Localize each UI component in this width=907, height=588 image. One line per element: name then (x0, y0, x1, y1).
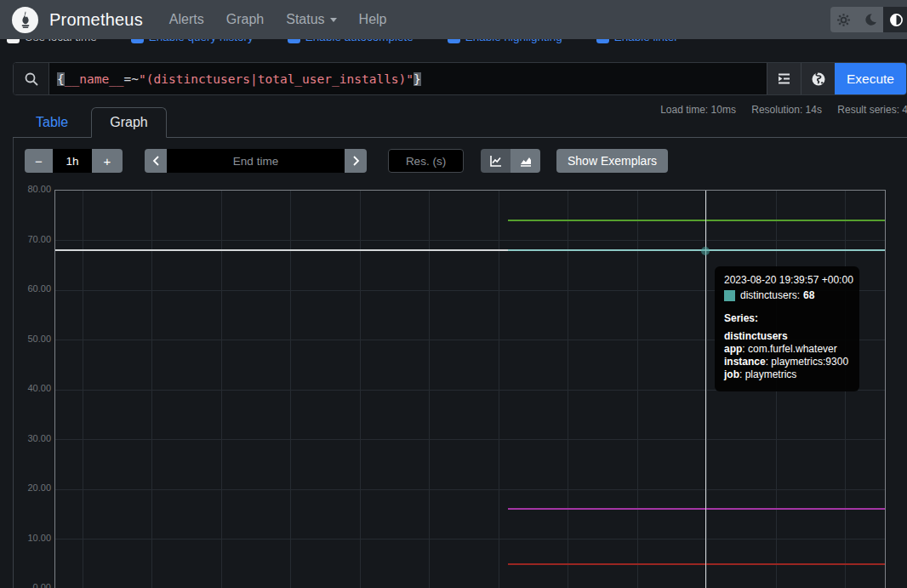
prometheus-logo[interactable] (12, 7, 38, 33)
end-time-input[interactable] (167, 149, 345, 173)
nav-link-graph[interactable]: Graph (215, 12, 275, 27)
checkbox-icon[interactable] (596, 39, 609, 43)
y-axis-label: 40.00 (25, 383, 51, 393)
checkbox-icon[interactable] (448, 39, 460, 43)
series-line (508, 563, 885, 565)
query-token: { (57, 72, 65, 86)
query-token: =~ (124, 72, 139, 86)
checkbox-icon[interactable] (288, 39, 300, 43)
tooltip-label-job: job: playmetrics (724, 368, 850, 381)
stacked-chart-icon (519, 154, 533, 168)
option-label: Enable query history (149, 39, 254, 43)
series-line-distinctusers (508, 249, 885, 251)
range-input[interactable] (53, 149, 92, 173)
graph-area: 80.0070.0060.0050.0040.0030.0020.0010.00… (25, 183, 907, 588)
moon-icon (864, 13, 877, 26)
tooltip-metric-name: distinctusers (724, 330, 850, 343)
theme-auto-button[interactable] (883, 7, 907, 32)
time-back-button[interactable] (145, 149, 167, 173)
query-token: __name__ (65, 72, 124, 86)
globe-icon (810, 71, 827, 88)
line-chart-icon (489, 154, 503, 168)
nav-link-help[interactable]: Help (348, 12, 398, 27)
option-enable-autocomplete[interactable]: Enable autocomplete (288, 39, 414, 43)
settings-button[interactable] (830, 7, 857, 32)
chart-type-toggle (481, 149, 540, 173)
graph-tooltip: 2023-08-20 19:39:57 +00:00 distinctusers… (715, 266, 859, 391)
option-enable-query-history[interactable]: Enable query history (131, 39, 254, 43)
search-addon (14, 63, 49, 94)
caret-down-icon (330, 18, 337, 22)
series-line (508, 508, 885, 510)
hover-point (701, 247, 710, 255)
option-enable-highlighting[interactable]: Enable highlighting (448, 39, 562, 43)
tooltip-label-instance: instance: playmetrics:9300 (724, 356, 850, 368)
tooltip-value: 68 (803, 289, 814, 302)
execute-button[interactable]: Execute (835, 63, 906, 94)
tooltip-series-name: distinctusers: (740, 289, 800, 302)
search-icon (24, 71, 39, 87)
range-group: − + (25, 149, 123, 173)
resolution: Resolution: 14s (751, 104, 822, 116)
tree-view-icon (776, 71, 792, 87)
resolution-input[interactable] (388, 149, 464, 173)
gridline-horizontal (55, 489, 885, 490)
tooltip-value-row: distinctusers: 68 (724, 289, 850, 302)
chevron-right-icon (352, 156, 360, 166)
option-label: Enable linter (614, 39, 678, 43)
checkbox-icon[interactable] (7, 39, 20, 43)
option-label: Enable autocomplete (305, 39, 414, 43)
option-label: Enable highlighting (465, 39, 562, 43)
load-time: Load time: 10ms (660, 104, 736, 116)
brand-title[interactable]: Prometheus (49, 10, 143, 30)
checkbox-icon[interactable] (131, 39, 144, 43)
option-enable-linter[interactable]: Enable linter (596, 39, 678, 43)
navbar: Prometheus AlertsGraphStatusHelp (0, 0, 907, 39)
gear-icon (836, 13, 851, 27)
stacked-chart-button[interactable] (511, 149, 540, 173)
query-token: } (414, 72, 421, 86)
chevron-left-icon (152, 156, 160, 166)
tooltip-timestamp: 2023-08-20 19:39:57 +00:00 (724, 274, 850, 287)
nav-link-status[interactable]: Status (275, 12, 347, 27)
y-axis-label: 50.00 (25, 334, 51, 344)
graph-controls: − + (25, 149, 907, 173)
tooltip-label-app: app: com.furfel.whatever (724, 343, 850, 356)
option-label: Use local time (25, 39, 97, 43)
nav-links: AlertsGraphStatusHelp (158, 12, 398, 27)
end-time-group (145, 149, 367, 173)
line-chart-button[interactable] (481, 149, 511, 173)
metrics-explorer-button[interactable] (801, 63, 835, 94)
options-bar: Use local timeEnable query historyEnable… (0, 39, 907, 46)
series-swatch (724, 290, 735, 301)
time-forward-button[interactable] (345, 149, 367, 173)
y-axis-label: 70.00 (25, 234, 51, 244)
y-axis-label: 80.00 (25, 184, 51, 194)
option-use-local-time[interactable]: Use local time (7, 39, 97, 43)
query-stats: Load time: 10ms Resolution: 14s Result s… (647, 104, 907, 116)
range-decrease-button[interactable]: − (25, 149, 53, 173)
contrast-icon (889, 13, 904, 27)
tab-table[interactable]: Table (20, 108, 83, 137)
theme-dark-button[interactable] (857, 7, 883, 32)
gridline-horizontal (55, 539, 885, 539)
nav-link-alerts[interactable]: Alerts (158, 12, 215, 27)
y-axis-label: 20.00 (25, 482, 51, 493)
query-bar: {__name__=~"(distinctusers|total_user_in… (13, 62, 907, 95)
flame-icon (15, 9, 36, 30)
y-axis-label: 30.00 (25, 433, 51, 443)
tab-graph[interactable]: Graph (91, 107, 166, 138)
range-increase-button[interactable]: + (92, 149, 123, 173)
panel-tabs: Table Graph (20, 107, 167, 138)
gridline-horizontal (55, 240, 885, 241)
graph-panel: − + (13, 138, 907, 588)
query-tree-button[interactable] (767, 63, 801, 94)
series-line (508, 220, 885, 221)
meta-row: Load time: 10ms Resolution: 14s Result s… (13, 95, 907, 138)
tooltip-series-heading: Series: (724, 312, 850, 325)
show-exemplars-button[interactable]: Show Exemplars (556, 149, 668, 173)
y-axis-label: 10.00 (25, 533, 51, 543)
gridline-horizontal (55, 439, 885, 440)
query-input[interactable]: {__name__=~"(distinctusers|total_user_in… (49, 63, 767, 94)
y-axis-label: 60.00 (25, 283, 51, 294)
